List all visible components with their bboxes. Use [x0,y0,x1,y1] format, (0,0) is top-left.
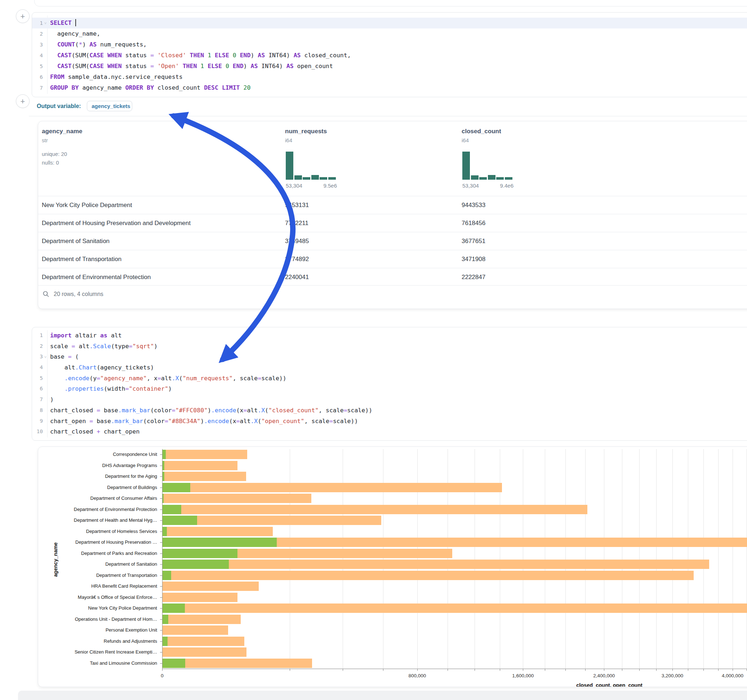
code-line-9[interactable]: 9chart_open = base.mark_bar(color="#8BC3… [32,416,747,427]
y-axis-label: Senior Citizen Rent Increase Exempti… [38,649,157,655]
table-cell: 7782211 [285,214,308,232]
x-axis-tick [343,669,343,671]
output-variable-pill[interactable]: agency_tickets [87,101,132,111]
python-cell[interactable]: 1import altair as alt2scale = alt.Scale(… [32,327,747,441]
table-row[interactable]: Department of Sanitation37494853677651 [38,232,747,250]
column-stat-nulls: nulls: 0 [42,160,59,166]
closed-count-bar [162,593,237,602]
x-axis-tick [622,669,622,671]
table-row[interactable]: Department of Transportation377489234719… [38,250,747,268]
code-text: chart_closed = base.mark_bar(color="#FFC… [50,405,372,416]
gridline [622,449,622,669]
code-line-7[interactable]: 7GROUP BY agency_name ORDER BY closed_co… [32,83,747,93]
code-text: scale = alt.Scale(type="sqrt") [50,341,157,352]
code-text: import altair as alt [50,330,122,341]
gridline [343,449,343,669]
x-axis-tick [585,669,585,671]
y-axis-label: Refunds and Adjustments [38,638,157,644]
code-line-8[interactable]: 8chart_closed = base.mark_bar(color="#FF… [32,405,747,416]
add-cell-button-top[interactable]: + [16,9,30,23]
closed-count-bar [162,637,244,646]
code-text: FROM sample_data.nyc.service_requests [50,72,183,83]
x-axis-tick [672,669,673,671]
code-line-3[interactable]: 3 COUNT(*) AS num_requests, [32,39,747,50]
line-number: 7 [32,394,43,405]
search-icon[interactable] [42,291,49,297]
closed-count-bar [162,615,241,624]
layered-bar-chart: Correspondence UnitDHS Advantage Program… [38,447,747,687]
x-axis-tick [656,669,656,671]
add-cell-button-middle[interactable]: + [16,94,30,108]
line-number: 5 [32,373,43,384]
code-line-4[interactable]: 4 CAST(SUM(CASE WHEN status = 'Closed' T… [32,50,747,61]
y-axis-domain-line [162,449,163,669]
code-text: base = ( [50,352,79,362]
closed-count-bar [162,560,709,569]
gridline [448,449,448,669]
gridline [688,449,688,669]
code-line-6[interactable]: 6FROM sample_data.nyc.service_requests [32,72,747,83]
python-code-editor[interactable]: 1import altair as alt2scale = alt.Scale(… [32,330,747,441]
histogram-bar [295,175,302,180]
x-axis-tick [448,669,448,671]
code-line-10[interactable]: 10chart_closed + chart_open [32,426,747,437]
line-number: 3 [32,39,43,50]
y-axis-label: DHS Advantage Programs [38,463,157,468]
table-row[interactable]: Department of Housing Preservation and D… [38,214,747,232]
code-text: alt.Chart(agency_tickets) [50,362,154,373]
table-body: New York City Police Department945313194… [38,196,747,286]
code-line-6[interactable]: 6 .properties(width="container") [32,383,747,394]
closed-count-bar [162,505,587,514]
code-text: .properties(width="container") [50,383,172,394]
closed-count-bar [162,494,312,503]
table-cell: Department of Transportation [42,250,121,268]
table-row[interactable]: New York City Police Department945313194… [38,196,747,214]
x-axis-title: closed_count, open_count [576,682,643,687]
gridline [290,449,290,669]
code-line-2[interactable]: 2scale = alt.Scale(type="sqrt") [32,341,747,352]
x-axis-tick [688,669,688,671]
column-stat-unique: unique: 20 [42,151,67,157]
code-line-3[interactable]: 3˅base = ( [32,352,747,362]
output-variable-row: Output variable: agency_tickets [37,101,132,111]
table-cell: New York City Police Department [42,196,132,214]
column-header-closed-count: closed_count [461,128,501,135]
gridline [703,449,704,669]
closed-count-bar [162,626,228,635]
x-axis-tick-label: 2,400,000 [593,673,615,678]
code-text: chart_open = base.mark_bar(color="#8BC34… [50,416,358,427]
line-number: 3 [32,352,43,362]
code-line-2[interactable]: 2 agency_name, [32,29,747,39]
x-axis-tick [290,669,290,671]
gridline [545,449,545,669]
code-line-4[interactable]: 4 alt.Chart(agency_tickets) [32,362,747,373]
code-line-1[interactable]: 1import altair as alt [32,330,747,341]
closed-count-hist-min: 53,304 [462,183,479,189]
x-axis-tick [639,669,640,671]
code-line-5[interactable]: 5 CAST(SUM(CASE WHEN status = 'Open' THE… [32,61,747,72]
sql-code-editor[interactable]: 1˅SELECT 2 agency_name,3 COUNT(*) AS num… [32,18,747,97]
code-line-7[interactable]: 7) [32,394,747,405]
code-line-5[interactable]: 5 .encode(y="agency_name", x=alt.X("num_… [32,373,747,384]
fold-chevron-icon[interactable]: ˅ [44,18,47,29]
gridline [383,449,383,669]
table-cell: Department of Environmental Protection [42,268,151,286]
table-cell: Department of Sanitation [42,232,110,250]
y-axis-label: Personal Exemption Unit [38,627,157,633]
line-number: 4 [32,362,43,373]
open-count-bar [162,516,197,525]
text-cursor [75,19,76,26]
table-cell: 2222847 [461,268,485,286]
fold-chevron-icon[interactable]: ˅ [44,352,47,363]
line-number: 8 [32,405,43,416]
closed-count-hist-max: 9.4e6 [499,183,514,189]
gridline [585,449,585,669]
line-number: 2 [32,29,43,39]
table-cell: 3471908 [461,250,485,268]
table-row[interactable]: Department of Environmental Protection22… [38,268,747,286]
open-count-bar [162,505,181,514]
table-cell: 3749485 [285,232,309,250]
code-line-1[interactable]: 1˅SELECT [32,18,747,29]
histogram-bar [471,175,479,180]
sql-cell[interactable]: 1˅SELECT 2 agency_name,3 COUNT(*) AS num… [32,12,747,97]
